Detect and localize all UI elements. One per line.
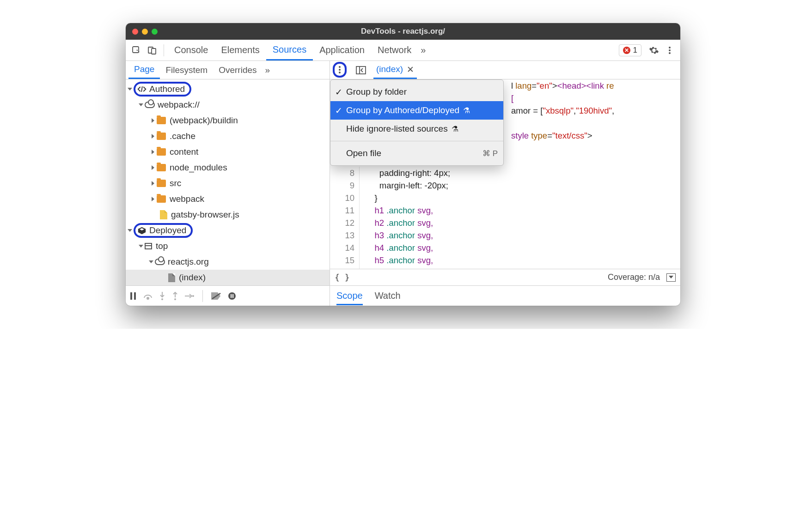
error-count: 1 (633, 46, 637, 55)
sources-options-menu: ✓Group by folder ✓Group by Authored/Depl… (330, 79, 504, 166)
tree-folder[interactable]: content (126, 144, 330, 160)
frame-icon (145, 243, 152, 249)
caret-icon (149, 260, 153, 263)
panel-scope[interactable]: Scope (336, 290, 363, 305)
tree-origin[interactable]: reactjs.org (126, 254, 330, 270)
device-toolbar-icon[interactable] (144, 42, 160, 58)
folder-icon (157, 180, 166, 187)
menu-divider (330, 141, 503, 141)
tree-folder[interactable]: webpack (126, 191, 330, 207)
caret-icon (152, 165, 154, 170)
error-dot-icon: ✕ (623, 47, 630, 54)
navigator-sidebar: Authored webpack:// (webpack)/buildin .c… (126, 79, 330, 306)
caret-icon (139, 245, 143, 248)
subtab-overflow-icon[interactable]: » (263, 61, 273, 79)
caret-icon (128, 229, 132, 232)
svg-point-16 (192, 295, 194, 297)
sources-more-menu-button[interactable] (333, 62, 347, 78)
caret-icon (128, 88, 132, 91)
tab-elements[interactable]: Elements (214, 40, 266, 60)
cloud-icon (155, 259, 165, 265)
collapse-panel-icon[interactable] (666, 273, 676, 282)
svg-rect-2 (152, 48, 156, 54)
menu-open-file[interactable]: Open file⌘ P (330, 144, 503, 163)
subtab-overrides[interactable]: Overrides (213, 61, 262, 79)
titlebar: DevTools - reactjs.org/ (126, 23, 680, 40)
cloud-icon (145, 102, 155, 108)
package-icon (137, 226, 147, 235)
menu-group-by-folder[interactable]: ✓Group by folder (330, 83, 503, 101)
pretty-print-icon[interactable]: { } (335, 272, 350, 282)
js-file-icon (160, 210, 167, 219)
open-file-label: (index) (376, 64, 403, 74)
tree-authored-group[interactable]: Authored (126, 81, 330, 97)
window-title: DevTools - reactjs.org/ (126, 27, 680, 36)
close-file-icon[interactable]: ✕ (407, 64, 414, 75)
devtools-tabbar: Console Elements Sources Application Net… (126, 40, 680, 61)
error-count-pill[interactable]: ✕ 1 (619, 44, 641, 56)
folder-icon (157, 148, 166, 156)
tab-sources[interactable]: Sources (266, 40, 313, 60)
panel-watch[interactable]: Watch (375, 290, 401, 301)
caret-icon (152, 134, 154, 139)
tree-folder[interactable]: (webpack)/buildin (126, 113, 330, 128)
svg-point-7 (339, 69, 341, 71)
folder-icon (157, 133, 166, 140)
caret-icon (139, 103, 143, 106)
devtools-window: DevTools - reactjs.org/ Console Elements… (126, 23, 680, 306)
svg-point-4 (669, 49, 671, 51)
navigator-toggle-icon[interactable] (353, 62, 369, 78)
code-editor[interactable]: l lang="en"><head><link re [ amor = ["xb… (330, 79, 680, 306)
caret-icon (152, 197, 154, 201)
flask-icon: ⚗ (463, 106, 470, 115)
menu-hide-ignore-listed[interactable]: Hide ignore-listed sources⚗ (330, 120, 503, 138)
deployed-highlight: Deployed (134, 223, 193, 238)
subtab-filesystem[interactable]: Filesystem (160, 61, 213, 79)
tree-webpack[interactable]: webpack:// (126, 97, 330, 113)
tab-application[interactable]: Application (313, 40, 371, 60)
tab-network[interactable]: Network (371, 40, 418, 60)
webpack-label: webpack:// (158, 100, 200, 110)
menu-group-by-authored[interactable]: ✓Group by Authored/Deployed⚗ (330, 101, 503, 120)
close-window-button[interactable] (132, 29, 138, 35)
inspect-element-icon[interactable] (128, 42, 144, 58)
svg-point-5 (669, 52, 671, 54)
debugger-toolbar (126, 285, 330, 306)
zoom-window-button[interactable] (152, 29, 158, 35)
deployed-label: Deployed (149, 225, 186, 236)
svg-point-15 (174, 298, 176, 300)
tree-top-frame[interactable]: top (126, 238, 330, 254)
pause-icon[interactable] (129, 292, 137, 300)
tree-folder[interactable]: src (126, 175, 330, 191)
tabs-overflow-icon[interactable]: » (418, 40, 428, 60)
step-into-icon[interactable] (159, 292, 165, 300)
tree-file[interactable]: gatsby-browser.js (126, 207, 330, 223)
subtab-page[interactable]: Page (128, 61, 160, 79)
traffic-lights (126, 29, 158, 35)
deactivate-breakpoints-icon[interactable] (211, 292, 221, 300)
kebab-menu-icon[interactable] (662, 42, 678, 58)
editor-statusbar: { } Coverage: n/a (330, 269, 680, 285)
step-icon[interactable] (185, 293, 194, 299)
step-out-icon[interactable] (172, 292, 178, 300)
debugger-panels: Scope Watch (330, 285, 680, 306)
flask-icon: ⚗ (452, 124, 458, 134)
svg-point-14 (161, 298, 163, 300)
svg-rect-12 (134, 292, 136, 300)
minimize-window-button[interactable] (142, 29, 148, 35)
tree-deployed-group[interactable]: Deployed (126, 223, 330, 238)
svg-rect-0 (133, 47, 139, 53)
tree-folder[interactable]: .cache (126, 128, 330, 144)
separator (164, 44, 164, 56)
code-icon (137, 85, 147, 93)
open-file-tab[interactable]: (index) ✕ (373, 61, 417, 79)
sources-subbar: Page Filesystem Overrides » (index) ✕ (126, 61, 680, 79)
tree-index-file[interactable]: (index) (126, 270, 330, 285)
settings-gear-icon[interactable] (646, 42, 662, 58)
pause-on-exceptions-icon[interactable] (228, 292, 236, 300)
coverage-label: Coverage: n/a (608, 272, 660, 282)
tree-folder[interactable]: node_modules (126, 160, 330, 175)
step-over-icon[interactable] (143, 292, 153, 300)
svg-rect-19 (231, 294, 232, 298)
tab-console[interactable]: Console (168, 40, 214, 60)
